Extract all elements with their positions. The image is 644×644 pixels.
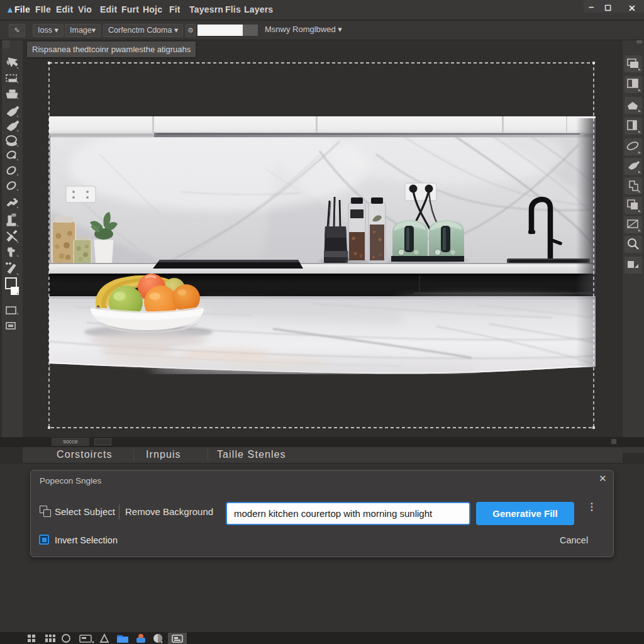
svg-text:T: T	[8, 248, 13, 257]
